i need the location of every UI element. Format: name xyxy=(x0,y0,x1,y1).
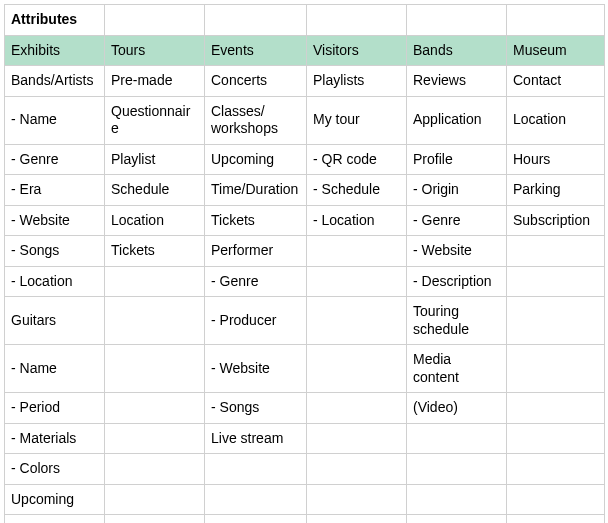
cell: Bands/Artists xyxy=(5,66,105,97)
cell: Tickets xyxy=(105,236,205,267)
cell: - Period xyxy=(5,393,105,424)
cell: Schedule xyxy=(105,175,205,206)
cell: - Songs xyxy=(205,393,307,424)
cell xyxy=(407,423,507,454)
cell: Concerts xyxy=(205,66,307,97)
table-row: - Period - Songs (Video) xyxy=(5,393,605,424)
header-row: Exhibits Tours Events Visitors Bands Mus… xyxy=(5,35,605,66)
table-row: - Colors xyxy=(5,454,605,485)
empty-cell xyxy=(105,5,205,36)
cell xyxy=(507,297,605,345)
cell: Subscription xyxy=(507,205,605,236)
empty-cell xyxy=(307,5,407,36)
cell: - Genre xyxy=(407,205,507,236)
cell: Classes/ workshops xyxy=(205,96,307,144)
cell xyxy=(307,345,407,393)
cell xyxy=(307,423,407,454)
cell xyxy=(307,236,407,267)
table-row: - Website Location Tickets - Location - … xyxy=(5,205,605,236)
cell xyxy=(307,515,407,524)
cell: Contact xyxy=(507,66,605,97)
empty-cell xyxy=(205,5,307,36)
cell xyxy=(407,454,507,485)
table-row: Guitars - Producer Touring schedule xyxy=(5,297,605,345)
cell xyxy=(507,393,605,424)
cell xyxy=(507,484,605,515)
cell: - Description xyxy=(407,266,507,297)
col-header: Visitors xyxy=(307,35,407,66)
cell xyxy=(205,484,307,515)
cell: - Name xyxy=(5,345,105,393)
cell: Recording techniques xyxy=(5,515,105,524)
table-title: Attributes xyxy=(5,5,105,36)
table-row: - Genre Playlist Upcoming - QR code Prof… xyxy=(5,144,605,175)
cell: Location xyxy=(507,96,605,144)
cell: - Schedule xyxy=(307,175,407,206)
cell: - Producer xyxy=(205,297,307,345)
cell: - Website xyxy=(5,205,105,236)
col-header: Museum xyxy=(507,35,605,66)
cell: Hours xyxy=(507,144,605,175)
table-row: - Materials Live stream xyxy=(5,423,605,454)
cell xyxy=(205,454,307,485)
cell xyxy=(105,266,205,297)
cell: Location xyxy=(105,205,205,236)
cell xyxy=(407,484,507,515)
cell: - Location xyxy=(5,266,105,297)
cell: Media content xyxy=(407,345,507,393)
cell xyxy=(105,345,205,393)
cell: Tickets xyxy=(205,205,307,236)
table-row: - Name Questionnaire Classes/ workshops … xyxy=(5,96,605,144)
cell: Upcoming xyxy=(205,144,307,175)
cell: Profile xyxy=(407,144,507,175)
cell: Performer xyxy=(205,236,307,267)
cell: - Songs xyxy=(5,236,105,267)
cell xyxy=(507,266,605,297)
cell xyxy=(307,393,407,424)
cell: Live stream xyxy=(205,423,307,454)
cell: - Origin xyxy=(407,175,507,206)
table-row: - Name - Website Media content xyxy=(5,345,605,393)
col-header: Events xyxy=(205,35,307,66)
cell xyxy=(105,423,205,454)
cell: Playlist xyxy=(105,144,205,175)
cell xyxy=(507,345,605,393)
table-row: - Era Schedule Time/Duration - Schedule … xyxy=(5,175,605,206)
cell: Application xyxy=(407,96,507,144)
cell xyxy=(105,393,205,424)
cell xyxy=(507,236,605,267)
cell: - Colors xyxy=(5,454,105,485)
cell: Pre-made xyxy=(105,66,205,97)
empty-cell xyxy=(407,5,507,36)
cell: - Website xyxy=(407,236,507,267)
cell: - Era xyxy=(5,175,105,206)
cell xyxy=(307,266,407,297)
cell: Playlists xyxy=(307,66,407,97)
cell: - Genre xyxy=(205,266,307,297)
col-header: Exhibits xyxy=(5,35,105,66)
cell xyxy=(507,423,605,454)
cell xyxy=(105,297,205,345)
cell xyxy=(507,454,605,485)
cell xyxy=(507,515,605,524)
cell xyxy=(105,454,205,485)
table-row: Recording techniques xyxy=(5,515,605,524)
cell: Parking xyxy=(507,175,605,206)
table-row: Upcoming xyxy=(5,484,605,515)
cell: - Location xyxy=(307,205,407,236)
cell: (Video) xyxy=(407,393,507,424)
cell xyxy=(105,515,205,524)
cell xyxy=(307,484,407,515)
cell: Guitars xyxy=(5,297,105,345)
cell xyxy=(307,454,407,485)
cell: - Genre xyxy=(5,144,105,175)
title-row: Attributes xyxy=(5,5,605,36)
col-header: Bands xyxy=(407,35,507,66)
cell: My tour xyxy=(307,96,407,144)
attributes-table: Attributes Exhibits Tours Events Visitor… xyxy=(4,4,605,523)
cell: - Materials xyxy=(5,423,105,454)
cell xyxy=(307,297,407,345)
empty-cell xyxy=(507,5,605,36)
table-row: Bands/Artists Pre-made Concerts Playlist… xyxy=(5,66,605,97)
table-row: - Songs Tickets Performer - Website xyxy=(5,236,605,267)
